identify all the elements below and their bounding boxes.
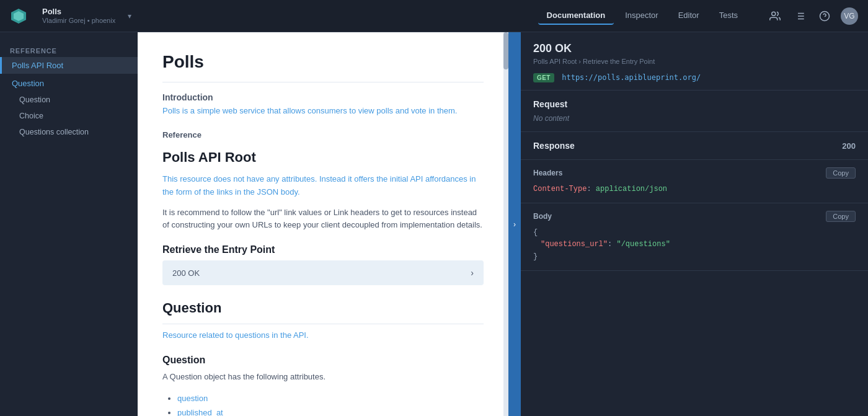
scrollbar[interactable] [503,32,508,416]
attr-question: question [177,391,484,405]
help-icon [819,11,830,22]
svg-point-2 [772,12,776,15]
response-200-label: 200 OK [172,268,200,278]
body-section: Body Copy { "questions_url": "/questions… [521,203,868,271]
sidebar-item-question-parent[interactable]: Question [0,74,138,92]
polls-api-root-desc1: This resource does not have any attribut… [162,173,484,199]
tab-inspector[interactable]: Inspector [616,7,666,25]
tab-editor[interactable]: Editor [670,7,708,25]
body-copy-button[interactable]: Copy [826,211,856,222]
response-title: Response [533,141,575,151]
response-card-chevron-icon: › [471,268,474,278]
question-section: Question Resource related to questions i… [162,300,484,416]
main-layout: Reference Polls API Root Question Questi… [0,32,868,416]
headers-copy-button[interactable]: Copy [826,167,856,179]
attr-published-at: published_at [177,405,484,416]
response-section-header: Response 200 [521,132,868,160]
tab-tests[interactable]: Tests [711,7,746,25]
polls-api-root-desc2: It is recommend to follow the "url" link… [162,206,484,232]
right-panel-header: 200 OK Polls API Root › Retrieve the Ent… [521,32,868,91]
tab-documentation[interactable]: Documentation [538,7,614,25]
app-dropdown-button[interactable]: ▾ [125,11,134,22]
scroll-thumb [503,32,508,69]
body-content: { "questions_url": "/questions" } [533,227,856,263]
app-sub: Vladimir Gorej • phoenix [42,17,115,25]
sidebar: Reference Polls API Root Question Questi… [0,32,138,416]
logo-icon [10,7,27,25]
sidebar-section-title: Reference [0,42,138,57]
no-content-label: No content [533,114,856,123]
right-panel-status: 200 OK [533,42,856,55]
right-panel-endpoint: GET https://polls.apiblueprint.org/ [533,71,856,82]
headers-section-header: Headers Copy [533,167,856,179]
headers-section: Headers Copy Content-Type: application/j… [521,160,868,203]
question-attrs-list: question published_at url choices (an ar… [162,391,484,416]
retrieve-entry-title: Retrieve the Entry Point [162,244,484,255]
retrieve-entry-section: Retrieve the Entry Point 200 OK › [162,244,484,285]
polls-api-root-title: Polls API Root [162,149,484,166]
headers-content: Content-Type: application/json [533,184,856,195]
reference-label: Reference [162,130,484,139]
body-title: Body [533,212,552,221]
sidebar-item-questions-collection[interactable]: Questions collection [0,124,138,140]
app-logo [10,7,27,25]
list-icon-button[interactable] [791,7,808,25]
headers-title: Headers [533,169,562,177]
panel-toggle-arrow-icon: › [513,220,516,229]
intro-section: Introduction Polls is a simple web servi… [162,92,484,115]
sidebar-item-choice[interactable]: Choice [0,108,138,124]
people-icon [769,11,781,22]
response-code: 200 [842,141,856,151]
topnav-tabs: Documentation Inspector Editor Tests [538,7,746,25]
method-badge: GET [533,73,554,82]
people-icon-button[interactable] [766,7,784,25]
request-section: Request No content [521,91,868,132]
topnav-icons: VG [766,7,858,25]
attr-published-at-link[interactable]: published_at [177,408,223,416]
intro-text: Polls is a simple web service that allow… [162,106,484,115]
avatar[interactable]: VG [841,7,858,25]
help-icon-button[interactable] [816,7,833,25]
page-title: Polls [162,52,484,82]
content-area: Polls Introduction Polls is a simple web… [138,32,508,416]
reference-section: Reference Polls API Root This resource d… [162,130,484,232]
list-icon [794,11,805,22]
response-200-card[interactable]: 200 OK › [162,260,484,285]
right-panel: 200 OK Polls API Root › Retrieve the Ent… [521,32,868,416]
request-title: Request [533,99,856,109]
question-title: Question [162,355,484,366]
question-section-desc: Resource related to questions in the API… [162,329,484,342]
app-info: Polls Vladimir Gorej • phoenix [42,7,115,25]
intro-label: Introduction [162,92,484,102]
sidebar-item-question[interactable]: Question [0,92,138,108]
app-name: Polls [42,7,115,17]
right-panel-breadcrumb: Polls API Root › Retrieve the Entry Poin… [533,58,856,65]
right-panel-url: https://polls.apiblueprint.org/ [562,73,701,82]
sidebar-item-polls-api-root[interactable]: Polls API Root [0,57,138,74]
topnav: Polls Vladimir Gorej • phoenix ▾ Documen… [0,0,868,32]
panel-toggle-button[interactable]: › [508,32,521,416]
attr-question-link[interactable]: question [177,394,208,403]
question-section-title: Question [162,300,484,324]
question-desc: A Question object has the following attr… [162,371,484,384]
body-section-header: Body Copy [533,211,856,222]
